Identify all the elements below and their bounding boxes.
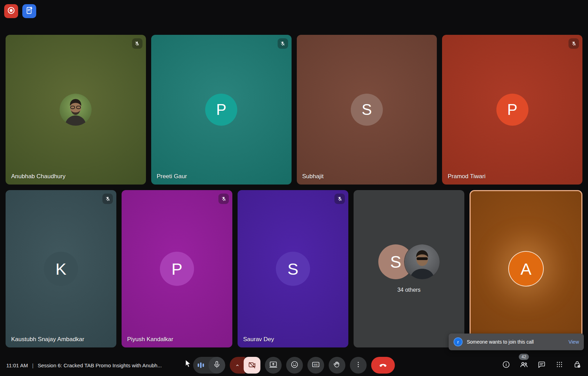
camera-off-icon <box>244 357 261 374</box>
avatar: K <box>44 252 78 286</box>
others-count-label: 34 others <box>397 287 421 293</box>
camera-button[interactable] <box>230 357 261 374</box>
microphone-button[interactable] <box>193 357 225 374</box>
meeting-details-button[interactable] <box>502 361 511 370</box>
participant-count-badge: 42 <box>519 354 529 360</box>
participant-tile[interactable]: P Piyush Kandalkar <box>122 190 232 347</box>
participant-tile[interactable]: P Pramod Tiwari <box>442 35 582 185</box>
avatar-photo <box>60 94 92 126</box>
hand-icon <box>333 360 341 370</box>
mic-icon <box>213 360 221 370</box>
participant-name: Subhajit <box>302 173 324 180</box>
others-tile[interactable]: S 34 others <box>354 190 464 347</box>
mic-off-badge <box>334 194 345 204</box>
avatar: S <box>276 252 310 286</box>
joiner-avatar: r <box>454 337 463 346</box>
avatar: S <box>351 94 383 126</box>
clock: 11:01 AM <box>6 362 28 368</box>
more-options-button[interactable] <box>350 357 367 374</box>
participant-name: Pramod Tiwari <box>448 173 486 180</box>
mic-off-badge <box>218 194 229 204</box>
avatar-photo <box>405 244 440 279</box>
record-icon <box>7 6 16 16</box>
toast-view-button[interactable]: View <box>568 339 579 345</box>
avatar: P <box>205 94 237 126</box>
participant-name: Preeti Gaur <box>157 173 187 180</box>
captions-icon: CC <box>312 360 320 370</box>
participant-name: Saurav Dey <box>243 336 274 343</box>
record-button[interactable] <box>4 4 18 18</box>
toast-message: Someone wants to join this call <box>467 339 543 345</box>
apps-grid-icon <box>555 360 564 370</box>
participant-name: Piyush Kandalkar <box>127 336 173 343</box>
raise-hand-button[interactable] <box>329 357 346 374</box>
participant-tile[interactable]: S Saurav Dey <box>238 190 348 347</box>
participant-grid: Anubhab Chaudhury P Preeti Gaur S Subhaj… <box>6 35 582 347</box>
activities-button[interactable] <box>555 361 564 370</box>
reactions-button[interactable] <box>286 357 303 374</box>
mic-off-badge <box>102 194 113 204</box>
avatar: P <box>160 252 194 286</box>
avatar: P <box>496 94 528 126</box>
participant-tile-active[interactable]: A <box>470 190 582 347</box>
join-request-toast: r Someone wants to join this call View <box>449 334 584 350</box>
camera-options-caret[interactable] <box>230 357 245 374</box>
separator: | <box>32 362 33 368</box>
participant-tile[interactable]: P Preeti Gaur <box>151 35 292 185</box>
participant-name: Kaustubh Snajay Ambadkar <box>11 336 84 343</box>
end-call-button[interactable] <box>371 357 395 374</box>
control-bar: 11:01 AM | Session 6: Cracked TAB Promo … <box>0 354 588 376</box>
participant-tile[interactable]: K Kaustubh Snajay Ambadkar <box>6 190 116 347</box>
info-icon <box>502 360 510 370</box>
svg-text:CC: CC <box>314 363 318 366</box>
transcript-button[interactable] <box>22 4 36 18</box>
host-controls-button[interactable] <box>573 361 582 370</box>
mic-off-badge <box>278 38 288 49</box>
chat-panel-button[interactable] <box>537 361 546 370</box>
present-screen-button[interactable] <box>265 357 282 374</box>
avatar: A <box>509 252 543 286</box>
end-call-icon <box>379 360 388 370</box>
mouse-cursor <box>185 360 193 369</box>
participant-tile[interactable]: Anubhab Chaudhury <box>6 35 146 185</box>
audio-level-icon <box>193 362 209 368</box>
extension-overlay <box>4 4 36 18</box>
more-vertical-icon <box>354 360 363 370</box>
emoji-icon <box>291 360 299 370</box>
participant-name: Anubhab Chaudhury <box>11 173 65 180</box>
captions-button[interactable]: CC <box>308 357 324 374</box>
chat-icon <box>537 360 546 370</box>
lock-icon <box>573 360 581 370</box>
mic-off-badge <box>132 38 142 49</box>
people-panel-button[interactable]: 42 <box>519 361 528 370</box>
meeting-title: Session 6: Cracked TAB Promo Insights wi… <box>38 362 162 368</box>
mic-off-badge <box>568 38 579 49</box>
transcript-icon <box>25 6 34 16</box>
people-icon <box>519 360 528 370</box>
participant-tile[interactable]: S Subhajit <box>297 35 437 185</box>
present-icon <box>269 360 278 370</box>
